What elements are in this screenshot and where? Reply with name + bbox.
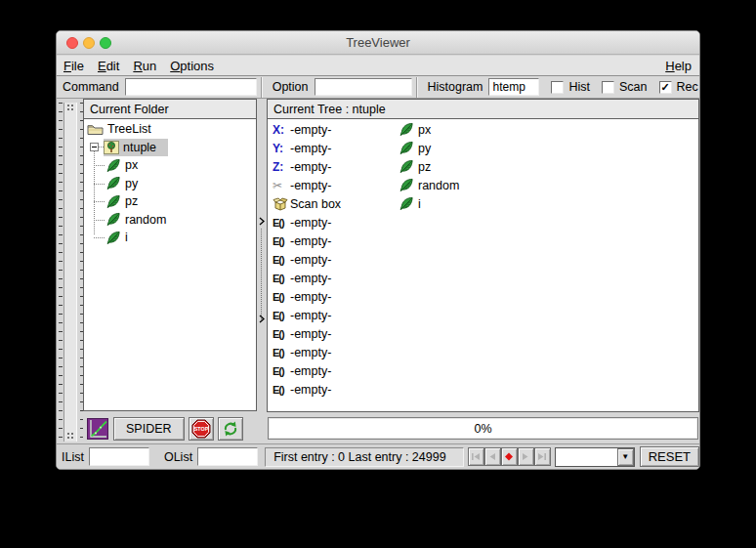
refresh-icon — [222, 420, 239, 438]
expression-label: -empty- — [290, 383, 331, 397]
leaf-icon — [106, 212, 121, 227]
empty-expression-row[interactable]: E() -empty- — [268, 380, 698, 399]
slider-ticks-left — [58, 103, 63, 442]
spider-button[interactable]: SPIDER — [113, 417, 185, 441]
scan-checkbox-group[interactable]: Scan — [602, 80, 648, 94]
option-input[interactable] — [315, 78, 412, 96]
menu-bar: File Edit Run Options Help — [57, 56, 699, 76]
history-combobox[interactable]: ▼ — [555, 447, 635, 467]
x-expression-row[interactable]: X: -empty- px — [268, 120, 698, 139]
next-entry-button[interactable] — [518, 447, 534, 466]
previous-icon — [487, 452, 497, 461]
ilist-input[interactable] — [89, 447, 149, 466]
expression-e-icon: E() — [273, 365, 290, 377]
tree-item-pz[interactable]: pz — [84, 192, 256, 211]
menu-options[interactable]: Options — [163, 59, 221, 73]
menu-file[interactable]: File — [57, 59, 91, 73]
rec-checkbox[interactable]: ✓ — [659, 81, 672, 94]
folder-icon — [87, 123, 104, 136]
first-entry-button[interactable] — [468, 447, 484, 466]
tree-item-py[interactable]: py — [84, 175, 256, 193]
splitter-arrow-icon[interactable] — [259, 315, 265, 323]
leaf-icon — [106, 176, 121, 190]
empty-expression-row[interactable]: E() -empty- — [268, 324, 698, 343]
tree-leaf-px[interactable]: px — [399, 122, 431, 137]
reset-button[interactable]: RESET — [640, 446, 699, 467]
y-axis-icon: Y: — [273, 142, 290, 155]
empty-expression-row[interactable]: E() -empty- — [268, 250, 698, 269]
empty-expression-row[interactable]: E() -empty- — [268, 269, 698, 287]
scan-box-row[interactable]: Scan box i — [268, 194, 698, 213]
expression-label: -empty- — [290, 327, 331, 341]
hist-checkbox[interactable] — [551, 81, 564, 94]
title-bar[interactable]: TreeViewer — [57, 31, 699, 55]
y-expression-row[interactable]: Y: -empty- py — [268, 139, 698, 157]
expression-label: -empty- — [290, 216, 331, 230]
draw-histogram-icon[interactable] — [86, 417, 109, 441]
tree-leaf-random[interactable]: random — [399, 178, 459, 192]
tree-leaf-pz[interactable]: pz — [399, 159, 431, 174]
folder-tree-list[interactable]: TreeList ntuple px — [83, 119, 257, 411]
slider-grip-top[interactable] — [66, 104, 74, 112]
tree-leaf-py[interactable]: py — [399, 141, 431, 155]
leaf-label: random — [418, 179, 459, 192]
last-entry-button[interactable] — [534, 447, 551, 466]
expression-e-icon: E() — [273, 347, 290, 358]
leaf-label: i — [125, 231, 128, 244]
chevron-down-icon: ▼ — [621, 452, 629, 461]
combobox-dropdown-button[interactable]: ▼ — [617, 448, 634, 466]
expression-label: Scan box — [290, 197, 341, 211]
olist-input[interactable] — [197, 447, 258, 466]
collapse-minus-icon[interactable] — [90, 143, 99, 151]
leaf-label: px — [125, 158, 138, 172]
empty-expression-row[interactable]: E() -empty- — [268, 306, 698, 324]
slider-groove[interactable] — [63, 103, 77, 442]
toolbar: Command Option Histogram Hist Scan ✓ Rec — [57, 76, 699, 99]
tree-leaf-i[interactable]: i — [399, 196, 421, 211]
slider-grip-bottom[interactable] — [66, 432, 74, 441]
menu-edit[interactable]: Edit — [91, 59, 126, 73]
menu-run[interactable]: Run — [126, 59, 163, 73]
cut-scissors-icon: ✂ — [273, 179, 290, 192]
previous-entry-button[interactable] — [484, 447, 501, 466]
panel-splitter[interactable] — [257, 99, 267, 445]
leaf-icon — [399, 141, 414, 155]
histogram-input[interactable] — [488, 78, 539, 96]
expression-e-icon: E() — [273, 291, 290, 303]
menu-help[interactable]: Help — [658, 59, 699, 73]
tree-item-treelist[interactable]: TreeList — [84, 120, 256, 139]
combobox-value[interactable] — [556, 448, 617, 466]
scan-checkbox[interactable] — [602, 81, 614, 94]
tree-item-ntuple[interactable]: ntuple — [84, 139, 256, 157]
record-button[interactable] — [501, 447, 518, 466]
event-range-slider[interactable] — [58, 101, 83, 443]
histogram-label: Histogram — [422, 80, 489, 94]
empty-expression-row[interactable]: E() -empty- — [268, 361, 698, 380]
treelist-label: TreeList — [107, 122, 151, 136]
command-input[interactable] — [125, 78, 257, 96]
splitter-arrow-icon[interactable] — [259, 217, 265, 226]
expression-list[interactable]: X: -empty- px Y: -empty- py — [267, 119, 699, 412]
z-expression-row[interactable]: Z: -empty- pz — [268, 157, 698, 176]
selected-tree-item[interactable]: ntuple — [104, 139, 168, 156]
expression-label: -empty- — [290, 160, 331, 174]
empty-expression-row[interactable]: E() -empty- — [268, 287, 698, 306]
leaf-icon — [106, 231, 121, 245]
rec-checkbox-group[interactable]: ✓ Rec — [659, 80, 698, 94]
tree-item-random[interactable]: random — [84, 211, 256, 230]
olist-label: OList — [159, 450, 197, 464]
window-title: TreeViewer — [57, 35, 699, 50]
refresh-button[interactable] — [218, 417, 243, 441]
tree-item-i[interactable]: i — [84, 229, 256, 247]
stop-button[interactable] — [189, 417, 214, 441]
hist-checkbox-group[interactable]: Hist — [551, 80, 590, 94]
expression-e-icon: E() — [273, 235, 290, 247]
cut-expression-row[interactable]: ✂ -empty- random — [268, 176, 698, 194]
empty-expression-row[interactable]: E() -empty- — [268, 232, 698, 250]
empty-expression-row[interactable]: E() -empty- — [268, 213, 698, 232]
hist-checkbox-label: Hist — [568, 80, 590, 94]
leaf-label: px — [418, 123, 431, 137]
empty-expression-row[interactable]: E() -empty- — [268, 343, 698, 361]
progress-bar: 0% — [268, 417, 698, 440]
tree-item-px[interactable]: px — [84, 156, 256, 175]
